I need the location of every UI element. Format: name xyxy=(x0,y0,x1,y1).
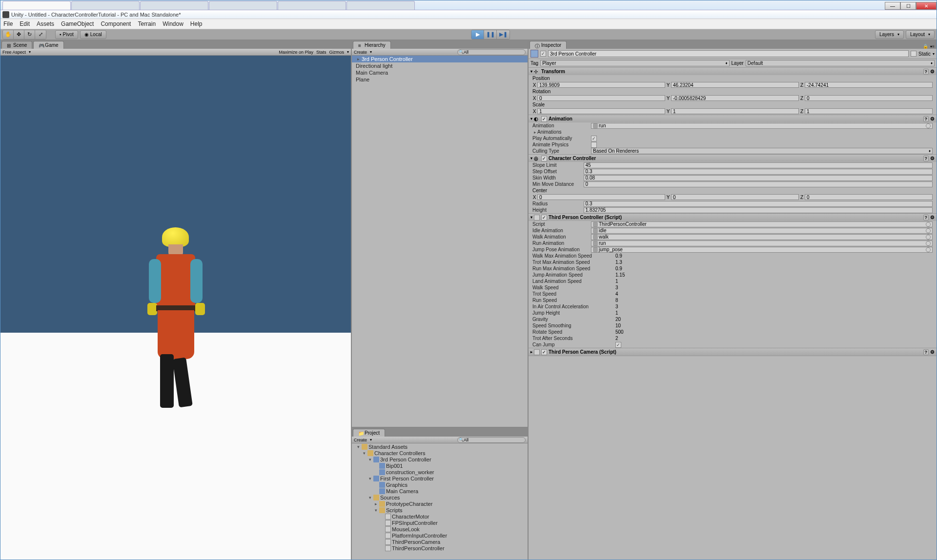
browser-tab[interactable] xyxy=(346,1,415,10)
tree-item[interactable]: ▸PrototypeCharacter xyxy=(352,500,528,507)
jumpspeed-value[interactable]: 1.15 xyxy=(615,272,933,278)
slope-limit-input[interactable] xyxy=(584,162,933,168)
pivot-button[interactable]: ▪Pivot xyxy=(55,30,78,39)
help-icon[interactable] xyxy=(923,349,929,355)
scale-x[interactable] xyxy=(537,108,665,114)
scale-tool[interactable]: ⤢ xyxy=(35,30,46,39)
game-viewport[interactable] xyxy=(0,56,351,560)
menu-component[interactable]: Component xyxy=(101,20,131,27)
expand-icon[interactable]: ▸ xyxy=(532,130,537,135)
browser-tab[interactable] xyxy=(71,1,140,10)
object-picker-icon[interactable] xyxy=(926,228,931,233)
position-y[interactable] xyxy=(671,82,799,88)
stats-button[interactable]: Stats xyxy=(316,50,326,55)
walkspeed-value[interactable]: 3 xyxy=(615,285,933,290)
menu-file[interactable]: File xyxy=(3,20,13,27)
trotspeed-value[interactable]: 4 xyxy=(615,291,933,297)
project-create[interactable]: Create xyxy=(354,438,367,442)
idle-anim-ref[interactable]: idle xyxy=(591,228,933,234)
step-button[interactable]: ▶❚ xyxy=(497,30,509,39)
browser-tab[interactable] xyxy=(140,1,208,10)
play-button[interactable]: ▶ xyxy=(471,30,484,39)
menu-terrain[interactable]: Terrain xyxy=(138,20,156,27)
object-picker-icon[interactable] xyxy=(926,247,931,252)
skin-width-input[interactable] xyxy=(584,175,933,181)
tree-item[interactable]: MouseLook xyxy=(352,526,528,532)
tree-item[interactable]: PlatformInputController xyxy=(352,532,528,539)
aircontrol-value[interactable]: 3 xyxy=(615,304,933,309)
gear-icon[interactable] xyxy=(930,156,935,161)
jumpheight-value[interactable]: 1 xyxy=(615,310,933,316)
tab-scene[interactable]: ⊞Scene xyxy=(1,41,32,49)
maximize-on-play[interactable]: Maximize on Play xyxy=(279,50,313,55)
layers-dropdown[interactable]: Layers xyxy=(875,30,904,39)
tree-item[interactable]: Bip001 xyxy=(352,462,528,469)
browser-tab[interactable] xyxy=(209,1,277,10)
object-picker-icon[interactable] xyxy=(926,235,931,240)
tag-dropdown[interactable]: Player♦ xyxy=(540,60,729,66)
tree-item[interactable]: FPSInputController xyxy=(352,520,528,526)
tab-project[interactable]: 📁Project xyxy=(353,429,385,437)
menu-gameobject[interactable]: GameObject xyxy=(61,20,94,27)
animate-physics-checkbox[interactable] xyxy=(591,142,597,148)
runmax-value[interactable]: 0.9 xyxy=(615,266,933,271)
tree-item[interactable]: ▾Sources xyxy=(352,494,528,500)
tree-item[interactable]: construction_worker xyxy=(352,469,528,475)
hierarchy-item[interactable]: Plane xyxy=(352,76,528,83)
position-z[interactable] xyxy=(805,82,933,88)
menu-help[interactable]: Help xyxy=(190,20,203,27)
close-button[interactable]: ✕ xyxy=(916,2,937,10)
menu-assets[interactable]: Assets xyxy=(37,20,54,27)
tree-item[interactable]: CharacterMotor xyxy=(352,513,528,520)
gear-icon[interactable] xyxy=(930,69,935,74)
collapse-icon[interactable]: ▾ xyxy=(530,69,532,74)
hierarchy-create[interactable]: Create xyxy=(354,50,367,55)
height-input[interactable] xyxy=(584,207,933,213)
hierarchy-item[interactable]: Main Camera xyxy=(352,69,528,76)
minimize-button[interactable]: — xyxy=(885,2,900,10)
center-z[interactable] xyxy=(805,194,933,200)
enabled-checkbox[interactable]: ✓ xyxy=(541,215,547,220)
radius-input[interactable] xyxy=(584,201,933,207)
rotation-y[interactable] xyxy=(671,95,799,101)
enabled-checkbox[interactable]: ✓ xyxy=(541,349,547,355)
enabled-checkbox[interactable]: ✓ xyxy=(541,156,547,161)
object-picker-icon[interactable] xyxy=(926,222,931,227)
tree-item[interactable]: ▾First Person Controller xyxy=(352,475,528,481)
gear-icon[interactable] xyxy=(930,349,935,355)
gravity-value[interactable]: 20 xyxy=(615,317,933,322)
static-checkbox[interactable] xyxy=(911,51,917,57)
tree-item[interactable]: ▾Character Controllers xyxy=(352,450,528,456)
tree-item[interactable]: ▾3rd Person Controller xyxy=(352,456,528,462)
collapse-icon[interactable]: ▾ xyxy=(530,215,532,220)
animation-ref[interactable]: run xyxy=(591,123,933,129)
move-tool[interactable]: ✥ xyxy=(14,30,24,39)
trotafter-value[interactable]: 2 xyxy=(615,336,933,341)
browser-tab[interactable] xyxy=(2,1,71,10)
jump-anim-ref[interactable]: jump_pose xyxy=(591,247,933,253)
tree-item[interactable]: ▾Standard Assets xyxy=(352,443,528,450)
hand-tool[interactable]: ✋ xyxy=(3,30,14,39)
tree-item[interactable]: Graphics xyxy=(352,481,528,488)
collapse-icon[interactable]: ▾ xyxy=(530,117,532,121)
run-anim-ref[interactable]: run xyxy=(591,240,933,246)
rotate-tool[interactable]: ↻ xyxy=(24,30,35,39)
gizmos-dropdown[interactable]: Gizmos xyxy=(329,50,344,55)
walkmax-value[interactable]: 0.9 xyxy=(615,253,933,259)
landspeed-value[interactable]: 1 xyxy=(615,279,933,284)
collapse-icon[interactable]: ▸ xyxy=(530,350,532,354)
hierarchy-item[interactable]: ▸3rd Person Controller xyxy=(352,56,528,62)
enabled-checkbox[interactable]: ✓ xyxy=(541,116,547,122)
trotmax-value[interactable]: 1.3 xyxy=(615,260,933,265)
menu-window[interactable]: Window xyxy=(163,20,183,27)
center-y[interactable] xyxy=(671,194,799,200)
rotation-x[interactable] xyxy=(537,95,665,101)
menu-edit[interactable]: Edit xyxy=(20,20,30,27)
runspeed-value[interactable]: 8 xyxy=(615,298,933,303)
hierarchy-search[interactable]: All xyxy=(457,49,526,55)
rotation-z[interactable] xyxy=(805,95,933,101)
expand-icon[interactable]: ▸ xyxy=(356,57,361,61)
object-picker-icon[interactable] xyxy=(926,123,931,128)
object-name-input[interactable] xyxy=(548,50,909,57)
tab-inspector[interactable]: ⓘInspector xyxy=(530,41,567,49)
